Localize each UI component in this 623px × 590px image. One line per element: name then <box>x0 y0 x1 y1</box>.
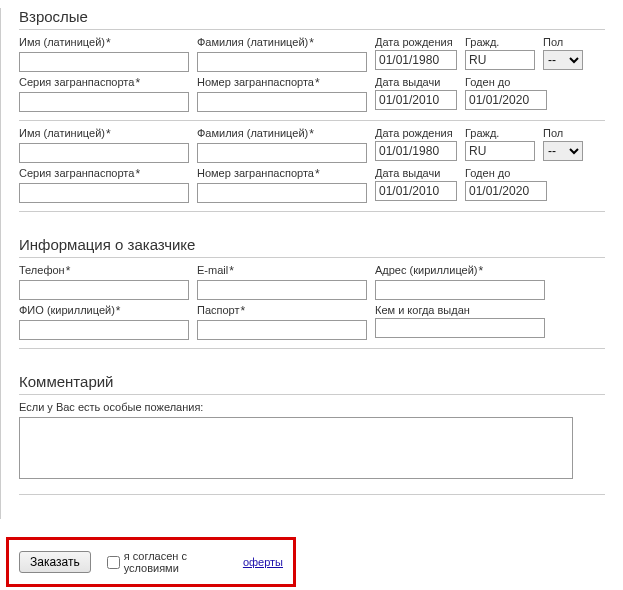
divider <box>19 29 605 30</box>
name-label: Имя (латиницей)* <box>19 127 189 141</box>
passport-number-input[interactable] <box>197 92 367 112</box>
issued-by-input[interactable] <box>375 318 545 338</box>
dob-label: Дата рождения <box>375 127 457 139</box>
required-star: * <box>309 127 314 141</box>
issue-date-input[interactable] <box>375 181 457 201</box>
passport-input[interactable] <box>197 320 367 340</box>
required-star: * <box>241 304 246 318</box>
issued-by-label: Кем и когда выдан <box>375 304 545 316</box>
name-label: Имя (латиницей)* <box>19 36 189 50</box>
valid-until-label: Годен до <box>465 76 547 88</box>
sex-select[interactable]: -- <box>543 50 583 70</box>
comment-textarea[interactable] <box>19 417 573 479</box>
name-input[interactable] <box>19 52 189 72</box>
passport-series-label: Серия загранпаспорта* <box>19 167 189 181</box>
agree-text: я согласен с условиями <box>124 550 243 574</box>
surname-label: Фамилия (латиницей)* <box>197 36 367 50</box>
name-input[interactable] <box>19 143 189 163</box>
divider <box>19 211 605 212</box>
order-button[interactable]: Заказать <box>19 551 91 573</box>
required-star: * <box>106 127 111 141</box>
phone-label: Телефон* <box>19 264 189 278</box>
required-star: * <box>135 76 140 90</box>
dob-label: Дата рождения <box>375 36 457 48</box>
passport-label: Паспорт* <box>197 304 367 318</box>
required-star: * <box>66 264 71 278</box>
section-title-customer: Информация о заказчике <box>19 236 605 253</box>
fio-label: ФИО (кириллицей)* <box>19 304 189 318</box>
email-label: E-mail* <box>197 264 367 278</box>
adult-row: Серия загранпаспорта* Номер загранпаспор… <box>19 76 605 116</box>
nationality-label: Гражд. <box>465 127 535 139</box>
address-input[interactable] <box>375 280 545 300</box>
fio-input[interactable] <box>19 320 189 340</box>
section-title-adults: Взрослые <box>19 8 605 25</box>
divider <box>19 348 605 349</box>
valid-until-input[interactable] <box>465 181 547 201</box>
passport-series-input[interactable] <box>19 183 189 203</box>
issue-date-input[interactable] <box>375 90 457 110</box>
passport-number-label: Номер загранпаспорта* <box>197 167 367 181</box>
sex-label: Пол <box>543 127 583 139</box>
divider <box>19 394 605 395</box>
required-star: * <box>116 304 121 318</box>
customer-row: Телефон* E-mail* Адрес (кириллицей)* <box>19 264 605 304</box>
issue-date-label: Дата выдачи <box>375 76 457 88</box>
dob-input[interactable] <box>375 141 457 161</box>
required-star: * <box>309 36 314 50</box>
surname-input[interactable] <box>197 52 367 72</box>
section-title-comment: Комментарий <box>19 373 605 390</box>
nationality-input[interactable] <box>465 141 535 161</box>
adult-row: Имя (латиницей)* Фамилия (латиницей)* Да… <box>19 36 605 76</box>
required-star: * <box>229 264 234 278</box>
divider <box>19 120 605 121</box>
divider <box>19 494 605 495</box>
passport-series-input[interactable] <box>19 92 189 112</box>
oferta-link[interactable]: оферты <box>243 556 283 568</box>
sex-select[interactable]: -- <box>543 141 583 161</box>
order-footer: Заказать я согласен с условиями оферты <box>6 537 296 587</box>
valid-until-input[interactable] <box>465 90 547 110</box>
address-label: Адрес (кириллицей)* <box>375 264 545 278</box>
required-star: * <box>479 264 484 278</box>
agree-label[interactable]: я согласен с условиями оферты <box>103 550 283 574</box>
required-star: * <box>135 167 140 181</box>
adult-row: Имя (латиницей)* Фамилия (латиницей)* Да… <box>19 127 605 167</box>
nationality-label: Гражд. <box>465 36 535 48</box>
passport-number-input[interactable] <box>197 183 367 203</box>
surname-label: Фамилия (латиницей)* <box>197 127 367 141</box>
customer-row: ФИО (кириллицей)* Паспорт* Кем и когда в… <box>19 304 605 344</box>
passport-number-label: Номер загранпаспорта* <box>197 76 367 90</box>
comment-hint: Если у Вас есть особые пожелания: <box>19 401 605 413</box>
phone-input[interactable] <box>19 280 189 300</box>
adult-row: Серия загранпаспорта* Номер загранпаспор… <box>19 167 605 207</box>
required-star: * <box>315 167 320 181</box>
passport-series-label: Серия загранпаспорта* <box>19 76 189 90</box>
dob-input[interactable] <box>375 50 457 70</box>
email-input[interactable] <box>197 280 367 300</box>
sex-label: Пол <box>543 36 583 48</box>
agree-checkbox[interactable] <box>107 556 120 569</box>
divider <box>19 257 605 258</box>
required-star: * <box>106 36 111 50</box>
required-star: * <box>315 76 320 90</box>
nationality-input[interactable] <box>465 50 535 70</box>
surname-input[interactable] <box>197 143 367 163</box>
valid-until-label: Годен до <box>465 167 547 179</box>
issue-date-label: Дата выдачи <box>375 167 457 179</box>
